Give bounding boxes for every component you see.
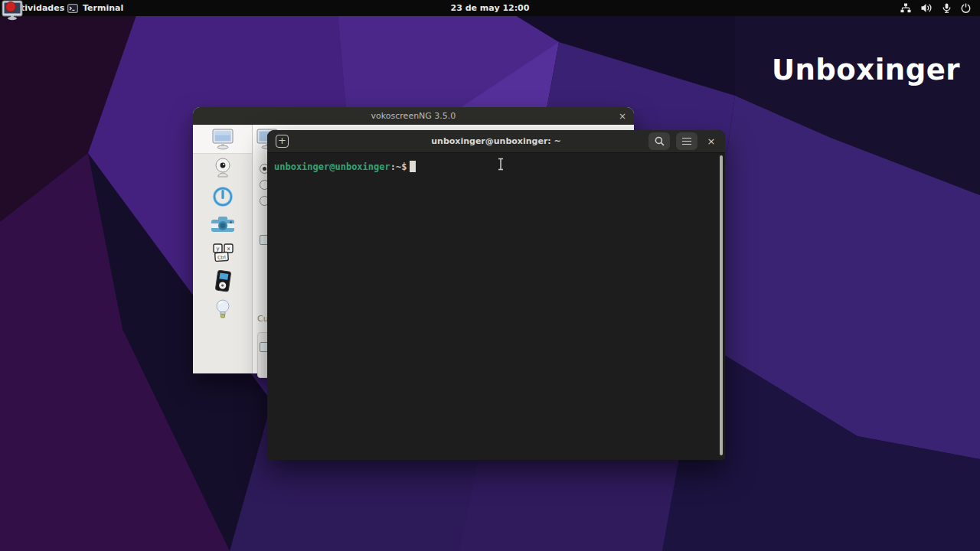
prompt-colon: : [390,161,396,172]
screenshot-camera-icon [210,214,236,236]
vokoscreen-titlebar[interactable]: vokoscreenNG 3.5.0 × [193,107,634,125]
system-status-area[interactable] [900,3,971,13]
wallpaper-brand-text: Unboxinger [772,54,960,86]
vokoscreen-close-button[interactable]: × [616,107,629,125]
prompt-path: ~ [396,161,401,172]
record-power-icon [211,185,234,208]
lightbulb-icon [213,298,233,321]
tab-webcam[interactable] [193,154,252,182]
menu-button[interactable] [676,132,697,150]
prompt-user-host: unboxinger@unboxinger [274,161,390,172]
svg-text:x: x [227,246,230,252]
terminal-app-icon [67,4,78,13]
hamburger-icon [682,138,691,145]
svg-text:y: y [216,246,219,252]
screen-icon [210,128,236,151]
text-cursor-pointer [497,158,505,171]
terminal-window-title: unboxinger@unboxinger: ~ [431,136,561,146]
volume-icon [921,3,933,13]
tab-screenshot[interactable] [193,210,252,239]
app-menu-terminal[interactable]: Terminal [67,3,123,13]
power-icon [961,3,971,13]
vokoscreen-tray-icon[interactable] [2,0,24,23]
terminal-header-controls: × [648,132,719,150]
tab-record[interactable] [193,182,252,210]
terminal-window: + unboxinger@unboxinger: ~ × unboxinger@… [267,130,725,460]
webcam-icon [211,157,234,180]
terminal-close-button[interactable]: × [704,132,719,150]
microphone-icon [942,3,951,13]
hotkeys-icon: y x Ctrl [209,242,237,265]
tab-info[interactable] [193,295,252,324]
desktop: Unboxinger Actividades Terminal 23 de ma… [0,0,980,551]
terminal-headerbar[interactable]: + unboxinger@unboxinger: ~ × [267,130,725,153]
search-icon [655,136,665,146]
top-bar: Actividades Terminal 23 de may 12:00 [0,0,980,16]
terminal-scrollbar[interactable] [720,155,723,455]
new-tab-button[interactable]: + [276,135,289,148]
terminal-cursor [410,161,416,172]
tab-screen[interactable] [193,126,252,154]
app-menu-label: Terminal [83,3,123,13]
terminal-body[interactable]: unboxinger@unboxinger : ~ $ [267,153,725,459]
tab-hotkeys[interactable]: y x Ctrl [193,239,252,267]
tab-player[interactable] [193,267,252,295]
terminal-prompt-line: unboxinger@unboxinger : ~ $ [274,161,416,172]
vokoscreen-tab-list: y x Ctrl [193,125,253,373]
search-button[interactable] [648,132,670,150]
svg-text:Ctrl: Ctrl [217,254,225,260]
prompt-symbol: $ [401,161,407,172]
player-icon [213,270,233,293]
vokoscreen-window-title: vokoscreenNG 3.5.0 [371,111,456,121]
clock[interactable]: 23 de may 12:00 [451,3,530,13]
network-icon [900,3,911,13]
